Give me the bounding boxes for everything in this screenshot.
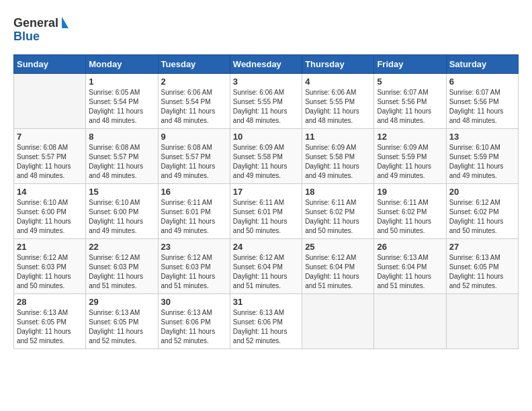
calendar-cell: 29Sunrise: 6:13 AMSunset: 6:05 PMDayligh… (86, 294, 158, 349)
calendar-cell: 27Sunrise: 6:13 AMSunset: 6:05 PMDayligh… (446, 239, 518, 294)
calendar-cell: 2Sunrise: 6:06 AMSunset: 5:54 PMDaylight… (158, 74, 230, 129)
day-number: 26 (377, 242, 443, 252)
day-detail: Sunrise: 6:05 AMSunset: 5:54 PMDaylight:… (89, 88, 154, 126)
calendar-cell: 9Sunrise: 6:08 AMSunset: 5:57 PMDaylight… (158, 129, 230, 184)
day-number: 17 (233, 187, 299, 197)
day-detail: Sunrise: 6:12 AMSunset: 6:04 PMDaylight:… (305, 253, 371, 291)
day-number: 24 (233, 242, 299, 252)
calendar-cell: 30Sunrise: 6:13 AMSunset: 6:06 PMDayligh… (158, 294, 230, 349)
day-detail: Sunrise: 6:10 AMSunset: 5:59 PMDaylight:… (449, 143, 515, 181)
day-number: 22 (89, 242, 154, 252)
day-detail: Sunrise: 6:13 AMSunset: 6:05 PMDaylight:… (89, 308, 154, 346)
day-header-friday: Friday (374, 55, 446, 74)
day-number: 3 (233, 77, 299, 87)
day-detail: Sunrise: 6:06 AMSunset: 5:55 PMDaylight:… (305, 88, 371, 126)
day-detail: Sunrise: 6:09 AMSunset: 5:58 PMDaylight:… (233, 143, 299, 181)
calendar-cell: 23Sunrise: 6:12 AMSunset: 6:03 PMDayligh… (158, 239, 230, 294)
calendar-cell: 26Sunrise: 6:13 AMSunset: 6:04 PMDayligh… (374, 239, 446, 294)
day-detail: Sunrise: 6:13 AMSunset: 6:05 PMDaylight:… (17, 308, 83, 346)
page-header: GeneralBlue (13, 13, 519, 44)
day-detail: Sunrise: 6:07 AMSunset: 5:56 PMDaylight:… (449, 88, 515, 126)
day-number: 20 (449, 187, 515, 197)
day-number: 19 (377, 187, 443, 197)
day-number: 9 (161, 132, 227, 142)
day-number: 5 (377, 77, 443, 87)
day-header-saturday: Saturday (446, 55, 518, 74)
day-detail: Sunrise: 6:09 AMSunset: 5:58 PMDaylight:… (305, 143, 371, 181)
day-number: 8 (89, 132, 154, 142)
day-header-tuesday: Tuesday (158, 55, 230, 74)
calendar-cell: 15Sunrise: 6:10 AMSunset: 6:00 PMDayligh… (86, 184, 158, 239)
day-number: 1 (89, 77, 154, 87)
day-number: 7 (17, 132, 83, 142)
calendar-cell (302, 294, 374, 349)
week-row-0: 1Sunrise: 6:05 AMSunset: 5:54 PMDaylight… (14, 74, 519, 129)
calendar-cell: 24Sunrise: 6:12 AMSunset: 6:04 PMDayligh… (230, 239, 302, 294)
calendar-cell: 14Sunrise: 6:10 AMSunset: 6:00 PMDayligh… (14, 184, 86, 239)
day-detail: Sunrise: 6:13 AMSunset: 6:06 PMDaylight:… (233, 308, 299, 346)
day-detail: Sunrise: 6:12 AMSunset: 6:04 PMDaylight:… (233, 253, 299, 291)
day-number: 27 (449, 242, 515, 252)
calendar-cell: 5Sunrise: 6:07 AMSunset: 5:56 PMDaylight… (374, 74, 446, 129)
day-detail: Sunrise: 6:08 AMSunset: 5:57 PMDaylight:… (89, 143, 154, 181)
day-number: 21 (17, 242, 83, 252)
calendar-cell: 8Sunrise: 6:08 AMSunset: 5:57 PMDaylight… (86, 129, 158, 184)
calendar-cell: 28Sunrise: 6:13 AMSunset: 6:05 PMDayligh… (14, 294, 86, 349)
calendar-cell: 4Sunrise: 6:06 AMSunset: 5:55 PMDaylight… (302, 74, 374, 129)
calendar-cell: 31Sunrise: 6:13 AMSunset: 6:06 PMDayligh… (230, 294, 302, 349)
svg-text:General: General (13, 16, 58, 30)
day-detail: Sunrise: 6:06 AMSunset: 5:55 PMDaylight:… (233, 88, 299, 126)
day-detail: Sunrise: 6:12 AMSunset: 6:03 PMDaylight:… (89, 253, 154, 291)
calendar-cell: 10Sunrise: 6:09 AMSunset: 5:58 PMDayligh… (230, 129, 302, 184)
day-number: 10 (233, 132, 299, 142)
day-number: 25 (305, 242, 371, 252)
day-detail: Sunrise: 6:12 AMSunset: 6:03 PMDaylight:… (17, 253, 83, 291)
day-number: 2 (161, 77, 227, 87)
calendar-cell: 20Sunrise: 6:12 AMSunset: 6:02 PMDayligh… (446, 184, 518, 239)
day-detail: Sunrise: 6:13 AMSunset: 6:05 PMDaylight:… (449, 253, 515, 291)
calendar-cell: 16Sunrise: 6:11 AMSunset: 6:01 PMDayligh… (158, 184, 230, 239)
calendar-cell: 12Sunrise: 6:09 AMSunset: 5:59 PMDayligh… (374, 129, 446, 184)
day-detail: Sunrise: 6:11 AMSunset: 6:01 PMDaylight:… (161, 198, 227, 236)
day-number: 28 (17, 297, 83, 307)
calendar-cell: 17Sunrise: 6:11 AMSunset: 6:01 PMDayligh… (230, 184, 302, 239)
day-detail: Sunrise: 6:09 AMSunset: 5:59 PMDaylight:… (377, 143, 443, 181)
calendar-cell: 19Sunrise: 6:11 AMSunset: 6:02 PMDayligh… (374, 184, 446, 239)
svg-text:Blue: Blue (13, 30, 40, 43)
calendar-cell (14, 74, 86, 129)
day-detail: Sunrise: 6:08 AMSunset: 5:57 PMDaylight:… (17, 143, 83, 181)
day-header-sunday: Sunday (14, 55, 86, 74)
day-number: 12 (377, 132, 443, 142)
calendar-cell: 13Sunrise: 6:10 AMSunset: 5:59 PMDayligh… (446, 129, 518, 184)
day-number: 23 (161, 242, 227, 252)
calendar-cell: 11Sunrise: 6:09 AMSunset: 5:58 PMDayligh… (302, 129, 374, 184)
day-detail: Sunrise: 6:13 AMSunset: 6:06 PMDaylight:… (161, 308, 227, 346)
day-number: 11 (305, 132, 371, 142)
day-detail: Sunrise: 6:13 AMSunset: 6:04 PMDaylight:… (377, 253, 443, 291)
calendar-cell (446, 294, 518, 349)
week-row-3: 21Sunrise: 6:12 AMSunset: 6:03 PMDayligh… (14, 239, 519, 294)
day-number: 31 (233, 297, 299, 307)
day-detail: Sunrise: 6:11 AMSunset: 6:01 PMDaylight:… (233, 198, 299, 236)
day-detail: Sunrise: 6:10 AMSunset: 6:00 PMDaylight:… (17, 198, 83, 236)
day-detail: Sunrise: 6:07 AMSunset: 5:56 PMDaylight:… (377, 88, 443, 126)
day-number: 30 (161, 297, 227, 307)
day-number: 13 (449, 132, 515, 142)
calendar-header-row: SundayMondayTuesdayWednesdayThursdayFrid… (14, 55, 519, 74)
day-number: 18 (305, 187, 371, 197)
day-header-monday: Monday (86, 55, 158, 74)
day-detail: Sunrise: 6:06 AMSunset: 5:54 PMDaylight:… (161, 88, 227, 126)
calendar-table: SundayMondayTuesdayWednesdayThursdayFrid… (13, 54, 519, 349)
day-number: 14 (17, 187, 83, 197)
calendar-cell: 7Sunrise: 6:08 AMSunset: 5:57 PMDaylight… (14, 129, 86, 184)
day-header-wednesday: Wednesday (230, 55, 302, 74)
week-row-2: 14Sunrise: 6:10 AMSunset: 6:00 PMDayligh… (14, 184, 519, 239)
day-number: 4 (305, 77, 371, 87)
calendar-cell: 3Sunrise: 6:06 AMSunset: 5:55 PMDaylight… (230, 74, 302, 129)
svg-marker-2 (62, 17, 69, 28)
day-detail: Sunrise: 6:12 AMSunset: 6:02 PMDaylight:… (449, 198, 515, 236)
day-number: 15 (89, 187, 154, 197)
week-row-1: 7Sunrise: 6:08 AMSunset: 5:57 PMDaylight… (14, 129, 519, 184)
calendar-cell: 18Sunrise: 6:11 AMSunset: 6:02 PMDayligh… (302, 184, 374, 239)
day-number: 6 (449, 77, 515, 87)
